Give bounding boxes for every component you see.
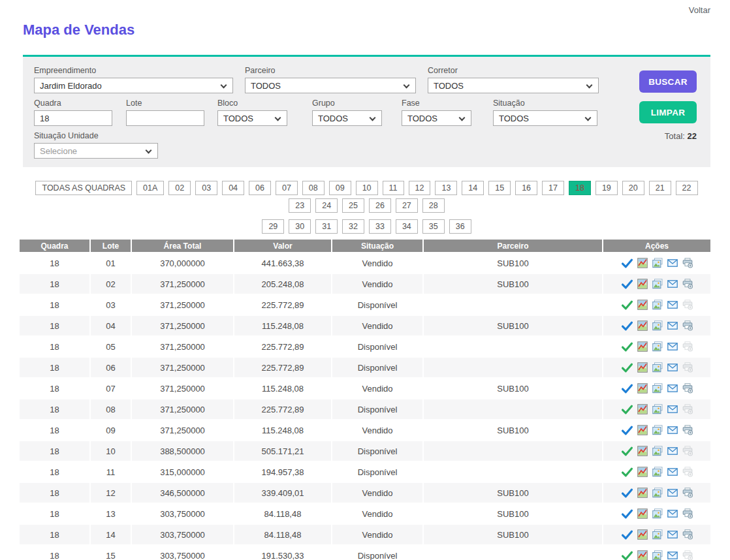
photos-icon[interactable] xyxy=(652,425,663,435)
quadra-button-04[interactable]: 04 xyxy=(222,181,244,195)
map-icon[interactable] xyxy=(637,550,648,560)
photos-icon[interactable] xyxy=(652,550,663,560)
check-icon[interactable] xyxy=(622,383,633,394)
photos-icon[interactable] xyxy=(652,488,663,498)
quadra-button-31[interactable]: 31 xyxy=(315,219,338,234)
mail-icon[interactable] xyxy=(667,300,678,310)
quadra-button-33[interactable]: 33 xyxy=(369,219,391,234)
quadra-button-all[interactable]: TODAS AS QUADRAS xyxy=(35,181,132,195)
quadra-button-23[interactable]: 23 xyxy=(289,198,311,213)
quadra-button-07[interactable]: 07 xyxy=(276,181,298,195)
quadra-button-15[interactable]: 15 xyxy=(488,181,511,195)
check-icon[interactable] xyxy=(622,508,633,520)
map-icon[interactable] xyxy=(637,300,648,310)
check-icon[interactable] xyxy=(622,467,633,478)
quadra-button-28[interactable]: 28 xyxy=(422,198,445,213)
photos-icon[interactable] xyxy=(652,508,663,519)
quadra-button-19[interactable]: 19 xyxy=(595,181,618,195)
photos-icon[interactable] xyxy=(652,300,663,310)
map-icon[interactable] xyxy=(637,258,648,268)
printer-plus-icon[interactable] xyxy=(682,508,693,519)
printer-plus-icon[interactable] xyxy=(682,529,693,540)
map-icon[interactable] xyxy=(637,383,648,394)
quadra-button-16[interactable]: 16 xyxy=(515,181,537,195)
empreendimento-select[interactable]: Jardim Eldorado xyxy=(34,78,233,93)
printer-plus-icon[interactable] xyxy=(682,258,693,268)
mail-icon[interactable] xyxy=(667,508,678,519)
check-icon[interactable] xyxy=(622,550,633,560)
mail-icon[interactable] xyxy=(667,467,678,477)
quadra-button-09[interactable]: 09 xyxy=(329,181,351,195)
check-icon[interactable] xyxy=(622,279,633,290)
quadra-input[interactable] xyxy=(34,110,112,126)
mail-icon[interactable] xyxy=(667,383,678,394)
bloco-select[interactable]: TODOS xyxy=(217,110,287,126)
photos-icon[interactable] xyxy=(652,467,663,477)
quadra-button-03[interactable]: 03 xyxy=(195,181,217,195)
map-icon[interactable] xyxy=(637,488,648,498)
lote-input[interactable] xyxy=(126,110,204,126)
quadra-button-20[interactable]: 20 xyxy=(622,181,644,195)
printer-plus-icon[interactable] xyxy=(682,383,693,394)
quadra-button-08[interactable]: 08 xyxy=(302,181,325,195)
grupo-select[interactable]: TODOS xyxy=(312,110,382,126)
quadra-button-30[interactable]: 30 xyxy=(289,219,311,234)
quadra-button-12[interactable]: 12 xyxy=(409,181,431,195)
map-icon[interactable] xyxy=(637,404,648,414)
map-icon[interactable] xyxy=(637,467,648,477)
printer-plus-icon[interactable] xyxy=(682,320,693,331)
check-icon[interactable] xyxy=(622,425,633,436)
quadra-button-21[interactable]: 21 xyxy=(649,181,671,195)
check-icon[interactable] xyxy=(622,404,633,415)
corretor-select[interactable]: TODOS xyxy=(428,78,599,93)
printer-plus-icon[interactable] xyxy=(682,279,693,289)
quadra-button-34[interactable]: 34 xyxy=(396,219,418,234)
mail-icon[interactable] xyxy=(667,529,678,540)
mail-icon[interactable] xyxy=(667,425,678,435)
photos-icon[interactable] xyxy=(652,529,663,540)
quadra-button-22[interactable]: 22 xyxy=(676,181,698,195)
mail-icon[interactable] xyxy=(667,550,678,560)
check-icon[interactable] xyxy=(622,446,633,457)
quadra-button-25[interactable]: 25 xyxy=(342,198,364,213)
check-icon[interactable] xyxy=(622,488,633,499)
mail-icon[interactable] xyxy=(667,404,678,414)
check-icon[interactable] xyxy=(622,341,633,352)
quadra-button-13[interactable]: 13 xyxy=(435,181,457,195)
limpar-button[interactable]: LIMPAR xyxy=(639,101,697,123)
back-link[interactable]: Voltar xyxy=(689,5,710,15)
quadra-button-02[interactable]: 02 xyxy=(168,181,191,195)
photos-icon[interactable] xyxy=(652,383,663,394)
photos-icon[interactable] xyxy=(652,341,663,352)
quadra-button-35[interactable]: 35 xyxy=(422,219,445,234)
photos-icon[interactable] xyxy=(652,404,663,414)
map-icon[interactable] xyxy=(637,446,648,456)
check-icon[interactable] xyxy=(622,529,633,540)
mail-icon[interactable] xyxy=(667,320,678,331)
map-icon[interactable] xyxy=(637,529,648,540)
map-icon[interactable] xyxy=(637,508,648,519)
mail-icon[interactable] xyxy=(667,258,678,268)
mail-icon[interactable] xyxy=(667,341,678,352)
printer-plus-icon[interactable] xyxy=(682,488,693,498)
quadra-button-36[interactable]: 36 xyxy=(449,219,471,234)
quadra-button-32[interactable]: 32 xyxy=(342,219,364,234)
mail-icon[interactable] xyxy=(667,279,678,289)
map-icon[interactable] xyxy=(637,425,648,435)
quadra-button-01A[interactable]: 01A xyxy=(136,181,164,195)
map-icon[interactable] xyxy=(637,320,648,331)
fase-select[interactable]: TODOS xyxy=(402,110,471,126)
photos-icon[interactable] xyxy=(652,279,663,289)
mail-icon[interactable] xyxy=(667,488,678,498)
mail-icon[interactable] xyxy=(667,362,678,373)
quadra-button-29[interactable]: 29 xyxy=(262,219,284,234)
quadra-button-06[interactable]: 06 xyxy=(249,181,271,195)
buscar-button[interactable]: BUSCAR xyxy=(639,70,697,93)
quadra-button-17[interactable]: 17 xyxy=(542,181,564,195)
map-icon[interactable] xyxy=(637,362,648,373)
situacao-unidade-select[interactable]: Selecione xyxy=(34,143,158,159)
photos-icon[interactable] xyxy=(652,320,663,331)
check-icon[interactable] xyxy=(622,362,633,373)
quadra-button-11[interactable]: 11 xyxy=(383,181,404,195)
check-icon[interactable] xyxy=(622,300,633,311)
